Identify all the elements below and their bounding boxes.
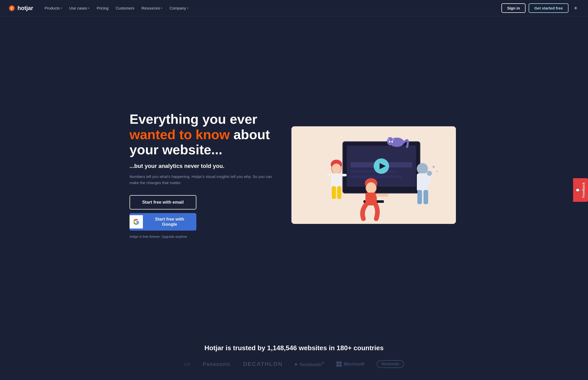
trust-section: Hotjar is trusted by 1,148,546 websites … [0,334,588,380]
company-logo-panasonic: Panasonic [203,361,231,367]
chevron-down-icon: ▾ [187,7,188,10]
svg-point-15 [391,141,393,142]
svg-rect-33 [424,190,428,204]
nav-resources[interactable]: Resources ▾ [139,4,166,12]
trust-title: Hotjar is trusted by 1,148,546 websites … [10,344,578,352]
hero-description: Numbers tell you what's happening. Hotja… [130,174,273,186]
feedback-widget[interactable]: 💬 Feedback [573,178,588,202]
start-email-button[interactable]: Start free with email [130,195,196,210]
svg-rect-5 [351,175,402,178]
signin-button[interactable]: Sign in [501,3,526,13]
svg-rect-22 [327,174,332,176]
feedback-icon: 💬 [576,188,580,192]
nav-pricing[interactable]: Pricing [94,4,112,12]
svg-rect-31 [417,173,428,191]
nav-customers[interactable]: Customers [113,4,137,12]
hero-headline: Everything you ever wanted to know about… [130,112,273,158]
logo-link[interactable]: hotjar [8,5,33,12]
google-icon [130,215,143,229]
hero-subline: ...but your analytics never told you. [130,163,273,169]
hero-section: Everything you ever wanted to know about… [114,16,474,334]
nav-actions: Sign in Get started free ☀ [501,3,580,13]
company-logo-microsoft: Microsoft [336,362,364,367]
theme-toggle-button[interactable]: ☀ [572,4,580,12]
svg-text:✦: ✦ [436,170,438,173]
svg-rect-28 [376,194,389,197]
chevron-down-icon: ▾ [161,7,162,10]
hero-illustration-svg: ✦ ✦ [291,126,456,224]
navbar: hotjar Products ▾ Use cases ▾ Pricing Cu… [0,0,588,16]
svg-point-18 [332,164,341,174]
svg-rect-20 [332,186,336,199]
nav-products[interactable]: Products ▾ [41,4,65,12]
feedback-button[interactable]: 💬 Feedback [573,178,588,202]
nav-company[interactable]: Company ▾ [166,4,191,12]
svg-rect-32 [417,190,422,204]
free-note: Hotjar is free forever. Upgrade anytime [130,235,273,239]
svg-point-26 [366,182,376,194]
microsoft-grid-icon [336,362,342,367]
svg-rect-21 [337,186,341,199]
company-logo-partial: ce [184,361,190,367]
svg-rect-4 [351,170,397,173]
hotjar-logo-icon [8,5,15,12]
svg-text:✦: ✦ [431,164,436,170]
start-google-button[interactable]: Start free with Google [130,213,196,231]
svg-rect-19 [331,173,342,187]
get-started-button[interactable]: Get started free [529,3,568,13]
company-logo-techsmith: ▶ TechSmith® [295,361,324,367]
company-logos-row: ce Panasonic DECATHLON ▶ TechSmith® Micr… [10,360,578,368]
sun-icon: ☀ [574,5,578,11]
hero-left: Everything you ever wanted to know about… [130,112,273,239]
hero-illustration: ✦ ✦ [291,126,456,224]
chevron-down-icon: ▾ [61,7,62,10]
nav-use-cases[interactable]: Use cases ▾ [66,4,93,12]
company-logo-decathlon: DECATHLON [243,361,283,367]
nav-links: Products ▾ Use cases ▾ Pricing Customers… [41,4,501,12]
svg-point-14 [389,141,390,142]
logo-text: hotjar [17,5,33,12]
feedback-label: Feedback [582,182,585,198]
company-logo-nintendo: Nintendo [377,360,404,368]
chevron-down-icon: ▾ [88,7,89,10]
svg-point-35 [427,171,432,176]
svg-point-30 [417,163,428,174]
svg-rect-23 [342,174,347,176]
hero-illustration-wrapper: ✦ ✦ [289,126,458,224]
